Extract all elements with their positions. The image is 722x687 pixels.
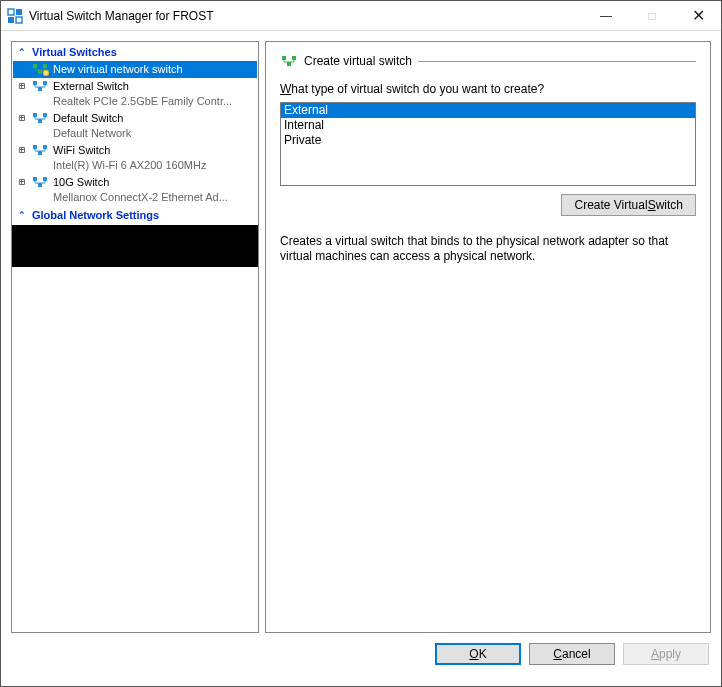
minimize-button[interactable]: — xyxy=(583,1,629,30)
switch-type-listbox[interactable]: External Internal Private xyxy=(280,102,696,186)
tree-item-sublabel: Default Network xyxy=(53,126,131,141)
apply-button: Apply xyxy=(623,643,709,665)
section-title: Create virtual switch xyxy=(304,54,412,68)
expand-icon[interactable]: ⊞ xyxy=(17,111,27,125)
ok-button[interactable]: OK xyxy=(435,643,521,665)
tree-item-new-virtual-switch[interactable]: + New virtual network switch xyxy=(13,61,257,78)
svg-rect-0 xyxy=(8,9,14,15)
svg-rect-9 xyxy=(43,81,47,85)
svg-rect-14 xyxy=(33,145,37,149)
expander-placeholder: + xyxy=(17,62,27,76)
svg-rect-18 xyxy=(43,177,47,181)
maximize-button: □ xyxy=(629,1,675,30)
tree-header-virtual-switches[interactable]: ⌃ Virtual Switches xyxy=(13,43,257,61)
svg-rect-5 xyxy=(43,64,47,68)
tree-item-label: 10G Switch xyxy=(53,175,228,190)
collapse-icon: ⌃ xyxy=(17,210,27,220)
tree-item-external-switch[interactable]: ⊞ External Switch Realtek PCIe 2.5GbE Fa… xyxy=(13,78,257,110)
svg-rect-12 xyxy=(43,113,47,117)
switch-icon xyxy=(31,111,49,125)
dialog-body: ⌃ Virtual Switches + New virtual network… xyxy=(1,31,721,643)
switch-icon xyxy=(31,175,49,189)
cancel-button[interactable]: Cancel xyxy=(529,643,615,665)
svg-rect-3 xyxy=(16,17,22,23)
tree-item-label: External Switch xyxy=(53,79,232,94)
switch-type-option-private[interactable]: Private xyxy=(281,133,695,148)
svg-rect-15 xyxy=(43,145,47,149)
titlebar: Virtual Switch Manager for FROST — □ ✕ xyxy=(1,1,721,31)
dialog-footer: OK Cancel Apply xyxy=(1,643,721,677)
redacted-block xyxy=(12,225,258,267)
svg-rect-11 xyxy=(33,113,37,117)
svg-rect-2 xyxy=(8,17,14,23)
switch-type-prompt: What type of virtual switch do you want … xyxy=(280,82,696,96)
switch-icon xyxy=(31,143,49,157)
tree-item-label: WiFi Switch xyxy=(53,143,206,158)
tree-header-label: Virtual Switches xyxy=(32,46,117,58)
new-switch-icon xyxy=(31,62,49,76)
tree-item-sublabel: Realtek PCIe 2.5GbE Family Contr... xyxy=(53,94,232,109)
switch-type-description: Creates a virtual switch that binds to t… xyxy=(280,234,696,264)
expand-icon[interactable]: ⊞ xyxy=(17,79,27,93)
window-title: Virtual Switch Manager for FROST xyxy=(29,9,583,23)
switch-type-option-external[interactable]: External xyxy=(281,103,695,118)
tree-item-default-switch[interactable]: ⊞ Default Switch Default Network xyxy=(13,110,257,142)
svg-rect-17 xyxy=(33,177,37,181)
create-switch-icon xyxy=(280,54,298,68)
switch-type-option-internal[interactable]: Internal xyxy=(281,118,695,133)
tree-header-label: Global Network Settings xyxy=(32,209,159,221)
collapse-icon: ⌃ xyxy=(17,47,27,57)
section-header: Create virtual switch xyxy=(280,54,696,68)
create-virtual-switch-button[interactable]: Create Virtual Switch xyxy=(561,194,696,216)
tree-item-sublabel: Mellanox ConnectX-2 Ethernet Ad... xyxy=(53,190,228,205)
expand-icon[interactable]: ⊞ xyxy=(17,143,27,157)
close-button[interactable]: ✕ xyxy=(675,1,721,30)
svg-rect-4 xyxy=(33,64,37,68)
app-icon xyxy=(7,8,23,24)
create-button-row: Create Virtual Switch xyxy=(280,194,696,216)
divider xyxy=(418,61,696,62)
svg-rect-21 xyxy=(292,56,296,60)
right-content-panel: Create virtual switch What type of virtu… xyxy=(265,41,711,633)
window-controls: — □ ✕ xyxy=(583,1,721,30)
svg-rect-20 xyxy=(282,56,286,60)
tree-item-10g-switch[interactable]: ⊞ 10G Switch Mellanox ConnectX-2 Etherne… xyxy=(13,174,257,206)
switch-icon xyxy=(31,79,49,93)
tree-item-wifi-switch[interactable]: ⊞ WiFi Switch Intel(R) Wi-Fi 6 AX200 160… xyxy=(13,142,257,174)
tree-item-label: Default Switch xyxy=(53,111,131,126)
svg-rect-8 xyxy=(33,81,37,85)
left-tree-panel: ⌃ Virtual Switches + New virtual network… xyxy=(11,41,259,633)
tree-item-label: New virtual network switch xyxy=(53,62,183,77)
expand-icon[interactable]: ⊞ xyxy=(17,175,27,189)
tree-item-sublabel: Intel(R) Wi-Fi 6 AX200 160MHz xyxy=(53,158,206,173)
svg-rect-1 xyxy=(16,9,22,15)
tree-header-global-settings[interactable]: ⌃ Global Network Settings xyxy=(13,206,257,224)
